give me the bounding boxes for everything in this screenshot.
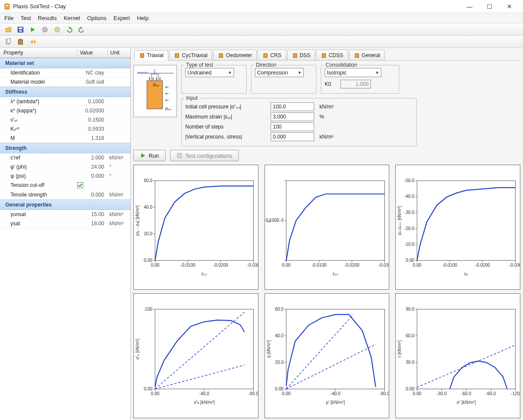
property-row[interactable]: Tension cut-off — [0, 181, 130, 190]
property-name: c'ref — [10, 155, 77, 161]
property-row[interactable]: Tensile strength0.000kN/m² — [0, 190, 130, 200]
property-group[interactable]: Stiffness — [0, 87, 130, 97]
menu-expert[interactable]: Expert — [114, 15, 130, 21]
open-icon[interactable] — [3, 25, 13, 34]
test-diagram: σᵧᵧ σₓₓ — [133, 65, 177, 117]
tab-oedometer[interactable]: Oedometer — [213, 50, 257, 60]
property-value — [77, 182, 108, 189]
window-title: Plaxis SoilTest - Clay — [13, 3, 459, 10]
plot4[interactable]: 0.00-40.0-80.00.00-100σ'₃ [kN/m²]σ'₁ [kN… — [133, 293, 258, 418]
property-row[interactable]: c'ref2.000kN/m² — [0, 153, 130, 163]
menu-test[interactable]: Test — [20, 15, 31, 21]
property-value: 0.02000 — [77, 108, 108, 114]
tab-general[interactable]: General — [349, 50, 385, 60]
checkbox-icon[interactable] — [77, 182, 83, 188]
undo-icon[interactable] — [65, 25, 74, 34]
k0-input[interactable]: 1.000 — [340, 80, 371, 88]
svg-text:-0.030: -0.030 — [509, 263, 520, 268]
property-row[interactable]: γunsat15.00kN/m³ — [0, 210, 130, 219]
minimize-button[interactable]: — — [459, 0, 479, 13]
play-icon[interactable] — [28, 25, 37, 34]
tab-crs[interactable]: CRS — [258, 50, 286, 60]
property-row[interactable]: γsat18.00kN/m³ — [0, 219, 130, 228]
property-row[interactable]: φ' (phi)24.00° — [0, 163, 130, 172]
menu-results[interactable]: Results — [38, 15, 57, 21]
col-unit[interactable]: Unit — [108, 50, 130, 56]
menu-help[interactable]: Help — [137, 15, 149, 21]
property-row[interactable]: IdentificationNC clay — [0, 68, 130, 78]
svg-text:εᵧᵧ: εᵧᵧ — [333, 271, 338, 276]
input-unit: % — [317, 114, 339, 120]
test-config-button[interactable]: Test configurations — [170, 150, 239, 161]
tab-triaxial[interactable]: Triaxial — [134, 50, 168, 61]
property-row[interactable]: λ* (lambda*)0.1000 — [0, 97, 130, 106]
toolbar-secondary — [0, 36, 523, 48]
property-value: 0.000 — [77, 173, 108, 179]
svg-marker-29 — [149, 78, 150, 80]
menu-options[interactable]: Options — [87, 15, 107, 21]
maximize-button[interactable]: ☐ — [479, 0, 499, 13]
property-row[interactable]: ψ (psi)0.000° — [0, 172, 130, 181]
property-row[interactable]: Material modelSoft soil — [0, 78, 130, 87]
svg-text:0.00: 0.00 — [275, 386, 284, 391]
svg-rect-26 — [151, 74, 158, 81]
input-field[interactable]: 3.000 — [271, 112, 314, 121]
property-name: Material model — [10, 79, 77, 85]
menu-kernel[interactable]: Kernel — [64, 15, 80, 21]
svg-rect-23 — [322, 54, 326, 58]
type-of-test-select[interactable]: Undrained▼ — [185, 68, 234, 77]
property-row[interactable]: K₀ⁿᶜ0.5933 — [0, 125, 130, 134]
plot1[interactable]: 0.00-0.0100-0.0200-0.0300.0020.040.060.0… — [133, 165, 258, 290]
svg-text:60.0: 60.0 — [406, 333, 414, 338]
consolidation-select[interactable]: Isotropic▼ — [325, 68, 381, 77]
gear-star-icon[interactable] — [52, 25, 62, 34]
tab-dss[interactable]: DSS — [287, 50, 316, 60]
copy-icon[interactable] — [3, 37, 13, 47]
svg-text:-30.0: -30.0 — [437, 391, 447, 396]
input-field[interactable]: 100.0 — [271, 102, 314, 111]
tab-icon — [139, 52, 145, 58]
property-unit — [108, 117, 130, 123]
svg-text:0.00: 0.00 — [144, 386, 153, 391]
svg-text:0.00: 0.00 — [151, 391, 160, 396]
col-property[interactable]: Property — [0, 50, 77, 56]
plot2[interactable]: 0.00-0.0100-0.0200-0.030-0.100E-3εᵧᵧεᵥ — [265, 165, 390, 290]
property-group[interactable]: Material set — [0, 58, 130, 68]
redo-icon[interactable] — [77, 25, 86, 34]
plot3[interactable]: 0.00-0.0100-0.0200-0.0300.00-10.0-20.0-3… — [395, 165, 520, 290]
property-value: 18.00 — [77, 220, 108, 227]
input-label: |Vertical precons. stress| — [185, 134, 268, 140]
property-group[interactable]: Strength — [0, 143, 130, 153]
svg-rect-3 — [19, 27, 22, 29]
svg-text:σ'₃ [kN/m²]: σ'₃ [kN/m²] — [194, 400, 215, 405]
svg-rect-18 — [140, 54, 144, 58]
col-value[interactable]: Value — [77, 50, 108, 56]
input-unit: kN/m² — [317, 104, 339, 110]
k0-label: K0 — [325, 81, 338, 87]
property-unit — [108, 79, 130, 85]
property-row[interactable]: ν'ᵤᵣ0.1500 — [0, 115, 130, 125]
svg-text:-80.0: -80.0 — [380, 391, 389, 396]
plot5[interactable]: 0.00-40.0-80.00.0020.040.060.0p' [kN/m²]… — [265, 293, 390, 418]
property-row[interactable]: κ* (kappa*)0.02000 — [0, 106, 130, 115]
property-group[interactable]: General properties — [0, 200, 130, 210]
svg-text:0.00: 0.00 — [413, 391, 421, 396]
tab-cyctriaxial[interactable]: CycTriaxial — [169, 50, 212, 60]
menu-file[interactable]: File — [4, 15, 14, 21]
input-field[interactable]: 0.000 — [271, 132, 314, 141]
save-icon[interactable] — [16, 25, 25, 34]
plot6[interactable]: 0.00-30.0-60.0-90.0-1200.0030.060.090.0σ… — [395, 293, 520, 418]
paste-icon[interactable] — [16, 37, 25, 47]
input-unit: kN/m² — [317, 134, 339, 140]
gear-icon[interactable] — [40, 25, 50, 34]
tab-cdss[interactable]: CDSS — [316, 50, 348, 60]
rewind-icon[interactable] — [28, 37, 37, 47]
close-button[interactable]: ✕ — [499, 0, 520, 13]
property-row[interactable]: M1.318 — [0, 134, 130, 143]
svg-rect-4 — [19, 30, 22, 32]
direction-select[interactable]: Compression▼ — [255, 68, 304, 77]
property-name: M — [10, 135, 77, 141]
svg-point-9 — [56, 29, 58, 30]
input-field[interactable]: 100 — [271, 122, 314, 131]
run-button[interactable]: Run — [133, 150, 166, 161]
